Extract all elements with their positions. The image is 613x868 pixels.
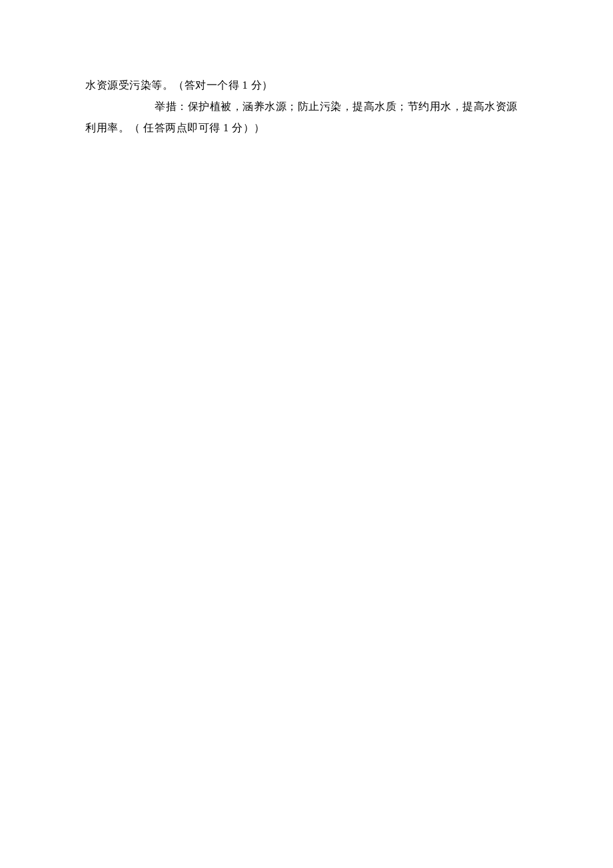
answer-line-3: 利用率。（ 任答两点即可得 1 分）） <box>85 117 533 139</box>
answer-line-2: 举措：保护植被，涵养水源；防止污染，提高水质；节约用水，提高水资源 <box>85 96 533 117</box>
document-content: 水资源受污染等。（答对一个得 1 分） 举措：保护植被，涵养水源；防止污染，提高… <box>85 75 533 139</box>
answer-line-1: 水资源受污染等。（答对一个得 1 分） <box>85 75 533 96</box>
